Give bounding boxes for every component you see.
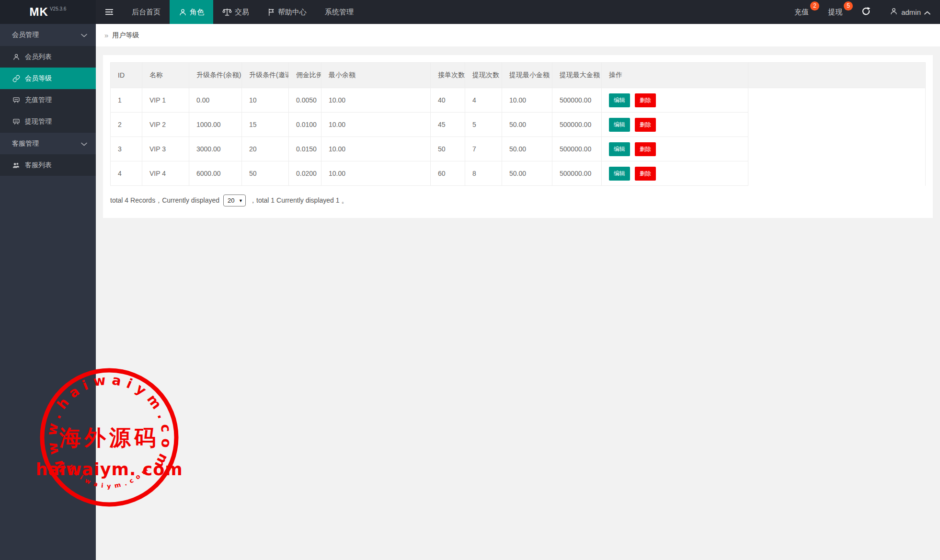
table-cell: 50.00 [502,113,552,137]
table-cell: 10.00 [321,88,431,113]
flag-icon [267,8,275,16]
edit-button[interactable]: 编辑 [609,118,630,132]
sidebar-item-withdraw-mgmt[interactable]: 提现管理 [0,111,96,132]
board-icon [12,96,20,104]
table-cell: 500000.00 [552,161,602,186]
actions-cell: 编辑删除 [602,113,748,137]
table-cell: 45 [431,113,465,137]
sidebar-item-service-list[interactable]: 客服列表 [0,154,96,176]
user-icon [12,53,20,61]
edit-button[interactable]: 编辑 [609,93,630,107]
sidebar-group-title-service[interactable]: 客服管理 [0,132,96,154]
recharge-label: 充值 [794,8,809,17]
user-level-table: ID 名称 升级条件(余额) 升级条件(邀请) 佣金比例 最小余额 接单次数 提… [110,62,926,186]
page-title: 用户等级 [112,31,139,40]
content-area: ID 名称 升级条件(余额) 升级条件(邀请) 佣金比例 最小余额 接单次数 提… [96,46,940,227]
main-area: » 用户等级 ID 名称 升级条件(余额) 升级条件(邀请) 佣金比例 [96,24,940,227]
delete-button[interactable]: 删除 [635,167,656,181]
tab-label: 交易 [235,8,249,17]
table-cell: 5 [465,113,502,137]
hamburger-icon [105,8,114,16]
col-header: 提现次数 [465,63,502,88]
sidebar-group-service: 客服管理 客服列表 [0,132,96,176]
table-cell: VIP 1 [142,88,189,113]
actions-cell: 编辑删除 [602,88,748,113]
table-cell: 0.0050 [289,88,321,113]
col-header: 提现最大金额 [552,63,602,88]
withdraw-label: 提现 [828,8,842,17]
tab-roles[interactable]: 角色 [170,0,213,24]
col-header: 最小余额 [321,63,431,88]
sidebar-item-member-list[interactable]: 会员列表 [0,46,96,68]
edit-button[interactable]: 编辑 [609,167,630,181]
sidebar-item-recharge-mgmt[interactable]: 充值管理 [0,89,96,111]
table-cell: 3 [111,137,142,161]
tab-system[interactable]: 系统管理 [316,0,363,24]
actions-cell: 编辑删除 [602,161,748,186]
col-header-filler [748,63,926,88]
delete-button[interactable]: 删除 [635,118,656,132]
sidebar-group-title-members[interactable]: 会员管理 [0,24,96,46]
table-cell: 50.00 [502,161,552,186]
table-cell: VIP 3 [142,137,189,161]
menu-collapse-button[interactable] [96,0,123,24]
table-cell: 4 [465,88,502,113]
col-header: 佣金比例 [289,63,321,88]
sidebar-item-label: 客服列表 [25,161,52,170]
pagination-bar: total 4 Records，Currently displayed 20 ▼… [110,194,926,206]
sidebar-item-label: 会员列表 [25,53,52,61]
chevron-up-icon [924,8,930,16]
sidebar-item-label: 充值管理 [25,96,52,104]
col-header: 升级条件(余额) [189,63,242,88]
tab-label: 系统管理 [325,8,354,17]
table-cell: 500000.00 [552,113,602,137]
filler-cell [748,161,926,186]
sidebar-group-members: 会员管理 会员列表 [0,24,96,132]
table-cell: 0.0150 [289,137,321,161]
breadcrumb: » 用户等级 [96,24,940,46]
sidebar-item-label: 提现管理 [25,117,52,126]
refresh-button[interactable] [852,0,880,24]
tab-help-center[interactable]: 帮助中心 [258,0,316,24]
user-icon [179,8,187,16]
table-cell: VIP 2 [142,113,189,137]
tab-trade[interactable]: 交易 [213,0,258,24]
table-row: 1VIP 10.00100.005010.0040410.00500000.00… [111,88,926,113]
table-cell: 10.00 [321,137,431,161]
filler-cell [748,137,926,161]
delete-button[interactable]: 删除 [635,142,656,156]
tab-label: 帮助中心 [278,8,307,17]
table-cell: 3000.00 [189,137,242,161]
table-cell: 10.00 [502,88,552,113]
tab-label: 角色 [190,8,204,17]
table-header-row: ID 名称 升级条件(余额) 升级条件(邀请) 佣金比例 最小余额 接单次数 提… [111,63,926,88]
nav-spacer [363,0,785,24]
delete-button[interactable]: 删除 [635,93,656,107]
table-cell: 4 [111,161,142,186]
admin-menu[interactable]: admin [880,0,940,24]
table-cell: 8 [465,161,502,186]
sidebar-item-member-level[interactable]: 会员等级 [0,68,96,89]
col-header: 操作 [602,63,748,88]
recharge-menu-item[interactable]: 充值 2 [785,0,818,24]
chevron-down-icon [81,31,87,39]
col-header: 提现最小金额 [502,63,552,88]
filler-cell [748,113,926,137]
filler-cell [748,88,926,113]
table-cell: 2 [111,113,142,137]
admin-username: admin [901,8,921,16]
tab-dashboard[interactable]: 后台首页 [123,0,170,24]
board-icon [12,118,20,126]
user-icon [890,7,898,17]
table-cell: 0.00 [189,88,242,113]
link-icon [12,75,20,82]
pagination-suffix: ，total 1 Currently displayed 1 。 [250,196,348,205]
table-cell: 50.00 [502,137,552,161]
edit-button[interactable]: 编辑 [609,142,630,156]
withdraw-menu-item[interactable]: 提现 5 [818,0,852,24]
table-body: 1VIP 10.00100.005010.0040410.00500000.00… [111,88,926,186]
tab-label: 后台首页 [132,8,160,17]
group-label: 会员管理 [12,31,81,39]
table-card: ID 名称 升级条件(余额) 升级条件(邀请) 佣金比例 最小余额 接单次数 提… [103,55,933,218]
page-size-select[interactable]: 20 [223,194,246,206]
